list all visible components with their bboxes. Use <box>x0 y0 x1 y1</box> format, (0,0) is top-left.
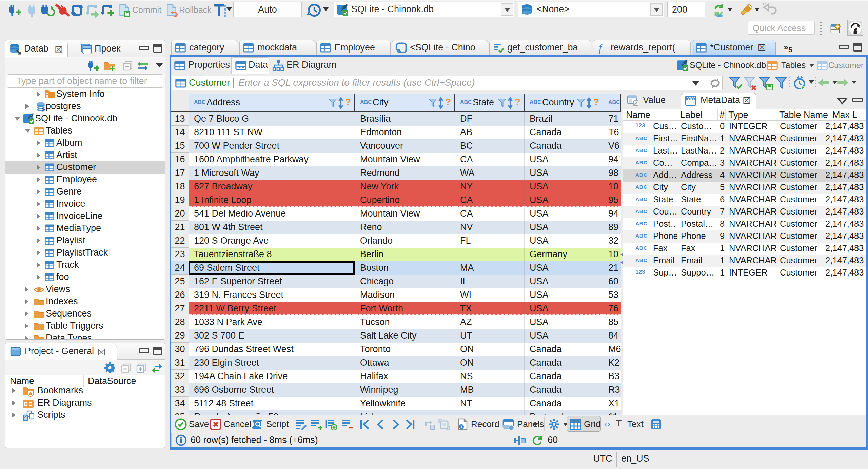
svg-text:f: f <box>599 42 603 54</box>
svg-text:<>: <> <box>238 64 244 70</box>
svg-text:i: i <box>461 424 462 429</box>
